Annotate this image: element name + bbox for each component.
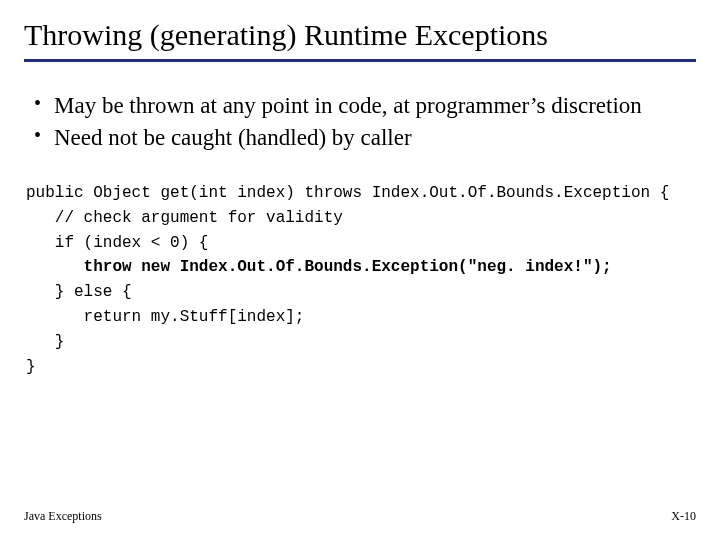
footer-right: X-10 — [671, 509, 696, 524]
page-title: Throwing (generating) Runtime Exceptions — [24, 18, 696, 53]
code-line: // check argument for validity — [26, 209, 343, 227]
title-underline — [24, 59, 696, 62]
bullet-list: May be thrown at any point in code, at p… — [32, 92, 696, 154]
code-line: public Object get(int index) throws Inde… — [26, 184, 669, 202]
bullet-item: Need not be caught (handled) by caller — [32, 124, 696, 153]
code-line: } — [26, 358, 36, 376]
bullet-item: May be thrown at any point in code, at p… — [32, 92, 696, 121]
code-line: } — [26, 333, 64, 351]
code-line: } else { — [26, 283, 132, 301]
code-line: return my.Stuff[index]; — [26, 308, 304, 326]
code-line-throw: throw new Index.Out.Of.Bounds.Exception(… — [26, 258, 612, 276]
slide: Throwing (generating) Runtime Exceptions… — [0, 0, 720, 540]
code-block: public Object get(int index) throws Inde… — [26, 181, 696, 379]
footer-left: Java Exceptions — [24, 509, 102, 524]
code-line: if (index < 0) { — [26, 234, 208, 252]
